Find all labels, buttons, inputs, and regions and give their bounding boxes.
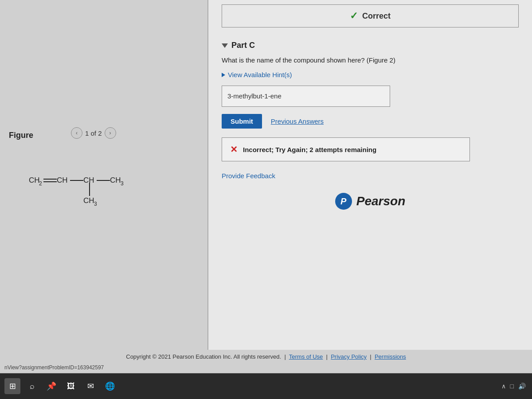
- question-text: What is the name of the compound shown h…: [222, 55, 519, 65]
- figure-panel: Figure ‹ 1 of 2 › CH 2 CH CH CH 3: [0, 0, 208, 364]
- figure-page: 1 of 2: [85, 129, 102, 137]
- image-icon[interactable]: 🖼: [63, 378, 79, 394]
- taskbar-arrow-up: ∧: [501, 383, 506, 390]
- copyright-text: Copyright © 2021 Pearson Education Inc. …: [126, 353, 281, 360]
- feedback-link[interactable]: Provide Feedback: [222, 172, 519, 180]
- answer-box: [222, 86, 390, 107]
- browser-icon[interactable]: 🌐: [102, 378, 118, 394]
- hint-link[interactable]: View Available Hint(s): [222, 71, 519, 78]
- permissions-link[interactable]: Permissions: [375, 353, 406, 360]
- x-icon: ✕: [230, 144, 238, 155]
- pearson-logo: P Pearson: [222, 193, 519, 210]
- prev-arrow[interactable]: ‹: [71, 127, 82, 139]
- answer-input[interactable]: [227, 92, 384, 100]
- hint-arrow-icon: [222, 73, 225, 77]
- right-panel: ✓ Correct Part C What is the name of the…: [208, 0, 532, 364]
- svg-text:CH: CH: [110, 176, 121, 184]
- svg-text:CH: CH: [83, 176, 94, 184]
- url-text: nView?assignmentProblemID=163942597: [4, 364, 104, 371]
- submit-button[interactable]: Submit: [222, 114, 262, 129]
- taskbar-display-icon: □: [510, 383, 514, 390]
- svg-text:3: 3: [121, 180, 124, 187]
- collapse-icon[interactable]: [222, 43, 228, 48]
- url-bar: nView?assignmentProblemID=163942597: [0, 363, 532, 372]
- figure-nav: ‹ 1 of 2 ›: [71, 127, 116, 139]
- pearson-brand-name: Pearson: [356, 194, 406, 208]
- mail-icon[interactable]: ✉: [82, 378, 98, 394]
- check-icon: ✓: [350, 10, 358, 22]
- part-c-header: Part C: [222, 41, 519, 50]
- pin-icon[interactable]: 📌: [43, 378, 59, 394]
- pearson-circle-icon: P: [335, 193, 352, 210]
- submit-row: Submit Previous Answers: [222, 114, 519, 129]
- footer: Copyright © 2021 Pearson Education Inc. …: [0, 350, 532, 364]
- svg-text:CH: CH: [29, 176, 40, 184]
- privacy-link[interactable]: Privacy Policy: [331, 353, 367, 360]
- hint-label: View Available Hint(s): [228, 71, 292, 78]
- taskbar: ⊞ ⌕ 📌 🖼 ✉ 🌐 ∧ □ 🔊: [0, 373, 532, 399]
- svg-text:CH: CH: [57, 176, 68, 184]
- terms-link[interactable]: Terms of Use: [289, 353, 323, 360]
- incorrect-box: ✕ Incorrect; Try Again; 2 attempts remai…: [222, 137, 470, 161]
- start-button[interactable]: ⊞: [4, 378, 20, 394]
- chemical-structure: CH 2 CH CH CH 3 CH 3: [27, 160, 177, 215]
- incorrect-text: Incorrect; Try Again; 2 attempts remaini…: [243, 146, 376, 153]
- correct-banner: ✓ Correct: [222, 4, 519, 27]
- taskbar-right: ∧ □ 🔊: [501, 383, 526, 390]
- taskbar-volume-icon: 🔊: [518, 383, 526, 390]
- search-taskbar-icon[interactable]: ⌕: [24, 378, 40, 394]
- previous-answers-link[interactable]: Previous Answers: [271, 117, 324, 125]
- svg-text:2: 2: [39, 180, 42, 187]
- svg-text:CH: CH: [83, 196, 94, 205]
- figure-label: Figure: [9, 131, 33, 140]
- part-c-title: Part C: [231, 41, 255, 50]
- next-arrow[interactable]: ›: [105, 127, 116, 139]
- correct-label: Correct: [362, 12, 391, 21]
- svg-text:3: 3: [94, 201, 97, 207]
